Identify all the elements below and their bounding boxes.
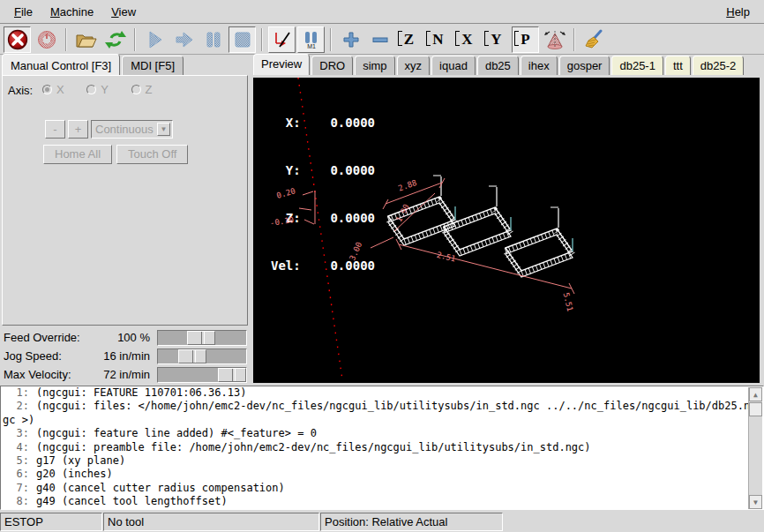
estop-icon — [7, 29, 28, 50]
view-x-button[interactable]: X — [453, 26, 481, 53]
rotate-view-button[interactable] — [541, 26, 568, 53]
axis-radio-y-label: Y — [101, 83, 109, 96]
menu-view[interactable]: View — [102, 2, 145, 22]
preview-canvas[interactable]: X: 0.0000 Y: 0.0000 Z: 0.0000 Vel: 0.000… — [253, 78, 760, 383]
zoom-out-button[interactable] — [366, 26, 393, 53]
dim-2.88: 2.88 — [397, 178, 418, 193]
jog-minus-button: - — [45, 120, 65, 139]
view-perspective-button[interactable]: P — [512, 26, 539, 53]
reload-file-button[interactable] — [101, 26, 129, 53]
tab-simp[interactable]: simp — [355, 56, 394, 75]
gcode-line: 6:g20 (inches) — [1, 468, 763, 481]
radio-dot — [131, 85, 141, 94]
jog-speed-slider[interactable] — [157, 348, 247, 364]
open-file-button[interactable] — [72, 26, 100, 53]
status-tool: No tool — [103, 513, 319, 531]
optional-stop-icon: M1 — [302, 30, 321, 49]
tab-db25[interactable]: db25 — [477, 56, 519, 75]
toolpath-connector-3 — [506, 207, 573, 277]
gcode-scrollbar[interactable]: ▲ ▼ — [748, 387, 762, 509]
tab-preview[interactable]: Preview — [253, 54, 310, 75]
menu-machine[interactable]: Machine — [41, 2, 102, 22]
machine-power-button[interactable] — [33, 26, 60, 53]
feed-override-slider[interactable] — [157, 330, 247, 346]
estop-button[interactable] — [4, 26, 31, 53]
axis-radio-x-label: X — [56, 83, 64, 96]
line-number: 8: — [1, 495, 29, 508]
gcode-listing[interactable]: 1:(ngcgui: FEATURE 110701:06.36.13) 2:(n… — [0, 386, 764, 510]
run-icon — [146, 30, 165, 49]
toolbar-separator — [261, 28, 263, 51]
tab-iquad[interactable]: iquad — [431, 56, 476, 75]
touch-off-button: Touch Off — [116, 145, 188, 164]
view-z-rotated-button[interactable]: N — [424, 26, 452, 53]
skip-lines-toggle[interactable] — [268, 26, 296, 53]
gcode-line: 1:(ngcgui: FEATURE 110701:06.36.13) — [1, 386, 763, 400]
toolpath-connector-2 — [444, 186, 511, 256]
axis-radio-y: Y — [86, 83, 109, 96]
zoom-out-icon — [371, 31, 389, 49]
slider-thumb[interactable] — [218, 368, 246, 382]
toolbar-separator — [573, 28, 575, 51]
axis-radio-z-label: Z — [146, 83, 153, 96]
scroll-down-icon[interactable]: ▼ — [749, 495, 762, 509]
slider-thumb[interactable] — [178, 349, 206, 363]
zoom-in-button[interactable] — [337, 26, 364, 53]
home-row: Home All Touch Off — [43, 145, 192, 164]
dim-3.00: 3.00 — [348, 241, 363, 262]
clear-plot-button[interactable] — [580, 26, 608, 53]
view-z-button[interactable]: Z — [395, 26, 423, 53]
line-number: 5: — [1, 454, 29, 468]
tab-db25-2[interactable]: db25-2 — [693, 56, 744, 75]
slider-thumb[interactable] — [187, 331, 215, 345]
view-y-button[interactable]: Y — [483, 26, 510, 53]
line-text: g17 (xy plane) — [36, 454, 125, 468]
status-position-mode: Position: Relative Actual — [320, 513, 503, 531]
dim-1.90: 1.90 — [394, 203, 411, 224]
zoom-in-icon — [342, 31, 360, 49]
entry-move — [551, 207, 558, 228]
tab-gosper[interactable]: gosper — [559, 56, 610, 75]
menu-file[interactable]: File — [5, 2, 41, 22]
status-machine-state: ESTOP — [0, 513, 102, 531]
toolbar-separator — [330, 28, 332, 51]
reload-icon — [105, 29, 126, 50]
m1-label: M1 — [307, 43, 316, 49]
step-icon — [174, 30, 195, 49]
jog-increment-combobox: Continuous ▼ — [91, 120, 173, 139]
axis-radio-z: Z — [131, 83, 153, 96]
chevron-down-icon: ▼ — [157, 123, 170, 136]
gcode-line: 5:g17 (xy plane) — [1, 454, 763, 468]
tab-mdi[interactable]: MDI [F5] — [122, 56, 184, 75]
machine-limit-line — [298, 78, 342, 379]
optional-stop-toggle[interactable]: M1 — [297, 26, 325, 53]
rotate-cone-icon — [543, 29, 566, 50]
scrollbar-thumb[interactable] — [749, 402, 762, 416]
tab-dro[interactable]: DRO — [311, 56, 353, 75]
stop-icon — [233, 30, 252, 49]
gcode-line: 7:g40 (cancel cutter radius compensation… — [1, 482, 763, 495]
line-number: 1: — [1, 386, 29, 400]
gcode-line: 3:(ngcgui: feature line added) #<_featur… — [1, 427, 763, 440]
axis-label: Axis: — [8, 84, 33, 97]
line-number: 6: — [1, 468, 29, 481]
line-text: g49 (cancel tool lengthoffset) — [36, 495, 228, 508]
tab-xyz[interactable]: xyz — [397, 56, 431, 75]
tab-db25-1[interactable]: db25-1 — [611, 56, 663, 75]
view-x-icon: X — [460, 31, 474, 48]
tab-ttt[interactable]: ttt — [665, 56, 691, 75]
tab-manual-control[interactable]: Manual Control [F3] — [2, 54, 120, 75]
menu-bar: File Machine View Help — [0, 0, 764, 24]
max-velocity-slider[interactable] — [157, 367, 247, 383]
view-z-rotated-icon: N — [431, 31, 445, 48]
tab-ihex[interactable]: ihex — [521, 56, 558, 75]
gcode-line-continuation: gc >) — [1, 414, 763, 427]
max-velocity-label: Max Velocity: — [4, 368, 71, 381]
step-program-button — [170, 26, 198, 53]
line-text: (ngcgui: FEATURE 110701:06.36.13) — [36, 386, 246, 400]
radio-dot — [86, 85, 96, 94]
dim-0.20: 0.20 — [275, 186, 296, 200]
menu-help[interactable]: Help — [717, 2, 759, 22]
jog-increment-value: Continuous — [95, 121, 154, 138]
scroll-up-icon[interactable]: ▲ — [749, 387, 762, 401]
